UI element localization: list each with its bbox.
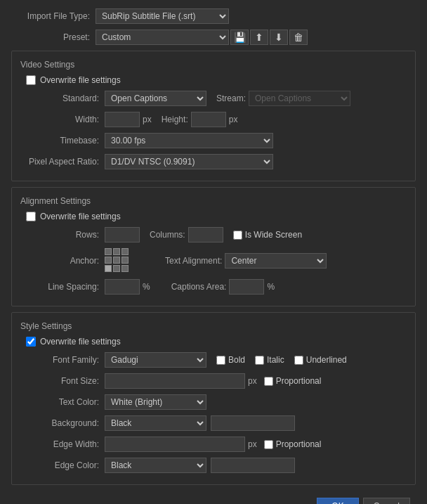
alignment-overwrite-label: Overwrite file settings: [40, 212, 121, 221]
pixel-aspect-label: Pixel Aspect Ratio:: [20, 157, 105, 167]
anchor-label: Anchor:: [20, 256, 105, 266]
columns-input[interactable]: 40: [188, 227, 223, 243]
style-settings-section: Style Settings Overwrite file settings F…: [11, 312, 416, 485]
pixel-aspect-row: Pixel Aspect Ratio: D1/DV NTSC (0.9091): [20, 154, 407, 169]
anchor-dot-mr[interactable]: [121, 257, 129, 264]
timebase-label: Timebase:: [20, 136, 105, 146]
edge-proportional-label: Proportional: [276, 439, 322, 449]
captions-area-label: Captions Area:: [171, 282, 227, 292]
font-proportional-label: Proportional: [276, 376, 322, 386]
video-settings-section: Video Settings Overwrite file settings S…: [11, 51, 416, 181]
edge-width-input[interactable]: 0.0: [105, 437, 245, 452]
style-overwrite-label: Overwrite file settings: [40, 337, 121, 347]
width-input[interactable]: 1920: [105, 112, 140, 127]
text-color-select[interactable]: White (Bright): [105, 394, 206, 410]
anchor-dot-bl[interactable]: [105, 265, 112, 272]
height-unit: px: [229, 115, 238, 124]
video-overwrite-checkbox[interactable]: [26, 75, 36, 85]
alignment-settings-section: Alignment Settings Overwrite file settin…: [11, 187, 416, 306]
width-unit: px: [143, 115, 152, 124]
rows-input[interactable]: 24: [105, 227, 140, 243]
timebase-row: Timebase: 30.00 fps: [20, 133, 407, 148]
font-family-row: Font Family: Gadugi Bold Italic Underlin…: [20, 352, 407, 368]
background-select[interactable]: Black: [105, 415, 206, 431]
anchor-dot-ml[interactable]: [105, 257, 112, 264]
edge-color-select[interactable]: Black: [105, 458, 206, 473]
captions-area-unit: %: [267, 282, 275, 292]
anchor-dot-tc[interactable]: [113, 248, 120, 255]
columns-label: Columns:: [150, 230, 185, 240]
edge-color-label: Edge Color:: [20, 460, 105, 470]
height-input[interactable]: 1080: [191, 112, 226, 127]
anchor-grid[interactable]: [105, 248, 130, 273]
italic-label: Italic: [267, 355, 284, 365]
anchor-row: Anchor: Text Alignment: Center: [20, 248, 407, 273]
preset-save-button[interactable]: 💾: [230, 30, 249, 45]
anchor-dot-bc[interactable]: [113, 265, 120, 272]
underlined-checkbox[interactable]: [294, 356, 303, 365]
footer: OK Cancel: [11, 491, 416, 504]
line-spacing-label: Line Spacing:: [20, 282, 105, 292]
stream-select[interactable]: Open Captions: [249, 91, 350, 106]
pixel-aspect-select[interactable]: D1/DV NTSC (0.9091): [105, 154, 273, 169]
style-settings-title: Style Settings: [20, 321, 407, 331]
preset-select[interactable]: Custom: [96, 30, 229, 45]
font-family-select[interactable]: Gadugi: [105, 352, 206, 368]
text-color-row: Text Color: White (Bright): [20, 394, 407, 410]
captions-area-input[interactable]: 80: [229, 279, 264, 295]
timebase-select[interactable]: 30.00 fps: [105, 133, 273, 148]
edge-color-opacity-input[interactable]: 0.0: [211, 458, 295, 473]
edge-width-row: Edge Width: 0.0 px Proportional: [20, 437, 407, 452]
anchor-dot-tr[interactable]: [121, 248, 129, 255]
line-spacing-row: Line Spacing: 20 % Captions Area: 80 %: [20, 279, 407, 295]
video-overwrite-label: Overwrite file settings: [40, 75, 121, 85]
import-file-type-row: Import File Type: SubRip Subtitle File (…: [11, 8, 416, 24]
cancel-button[interactable]: Cancel: [363, 498, 410, 504]
anchor-dot-br[interactable]: [121, 265, 129, 272]
standard-select[interactable]: Open Captions: [105, 91, 206, 106]
line-spacing-input[interactable]: 20: [105, 279, 140, 295]
underlined-label: Underlined: [306, 355, 347, 365]
anchor-dot-mc[interactable]: [113, 257, 120, 264]
alignment-overwrite-checkbox[interactable]: [26, 212, 36, 221]
alignment-overwrite-row: Overwrite file settings: [20, 212, 407, 221]
font-family-label: Font Family:: [20, 355, 105, 365]
edge-proportional-checkbox[interactable]: [264, 440, 273, 449]
font-size-unit: px: [248, 376, 257, 386]
font-size-input[interactable]: 70: [105, 373, 245, 389]
import-file-type-select[interactable]: SubRip Subtitle File (.srt): [96, 8, 229, 24]
edge-color-row: Edge Color: Black 0.0: [20, 458, 407, 473]
line-spacing-unit: %: [143, 282, 150, 292]
width-height-row: Width: 1920 px Height: 1080 px: [20, 112, 407, 127]
rows-label: Rows:: [20, 230, 105, 240]
preset-download-button[interactable]: ⬇: [270, 30, 288, 45]
stream-label: Stream:: [216, 93, 246, 103]
background-label: Background:: [20, 418, 105, 428]
text-alignment-select[interactable]: Center: [225, 253, 327, 269]
rows-columns-row: Rows: 24 Columns: 40 Is Wide Screen: [20, 227, 407, 243]
video-overwrite-row: Overwrite file settings: [20, 75, 407, 85]
bold-checkbox[interactable]: [216, 356, 225, 365]
preset-delete-button[interactable]: 🗑: [289, 30, 308, 45]
import-file-type-label: Import File Type:: [11, 11, 96, 21]
font-proportional-checkbox[interactable]: [264, 377, 273, 386]
width-label: Width:: [20, 115, 105, 124]
is-wide-screen-checkbox[interactable]: [233, 231, 242, 240]
italic-checkbox[interactable]: [255, 356, 264, 365]
font-size-row: Font Size: 70 px Proportional: [20, 373, 407, 389]
font-size-label: Font Size:: [20, 376, 105, 386]
is-wide-screen-label: Is Wide Screen: [245, 230, 302, 240]
anchor-dot-tl[interactable]: [105, 248, 112, 255]
bold-label: Bold: [228, 355, 245, 365]
standard-label: Standard:: [20, 93, 105, 103]
alignment-settings-title: Alignment Settings: [20, 196, 407, 206]
style-overwrite-row: Overwrite file settings: [20, 337, 407, 347]
ok-button[interactable]: OK: [317, 498, 358, 504]
background-opacity-input[interactable]: 70.0: [211, 415, 295, 431]
preset-upload-button[interactable]: ⬆: [250, 30, 268, 45]
preset-row: Preset: Custom 💾 ⬆ ⬇ 🗑: [11, 30, 416, 45]
edge-width-unit: px: [248, 439, 257, 449]
standard-stream-row: Standard: Open Captions Stream: Open Cap…: [20, 91, 407, 106]
height-label: Height:: [162, 115, 188, 124]
style-overwrite-checkbox[interactable]: [26, 337, 36, 347]
